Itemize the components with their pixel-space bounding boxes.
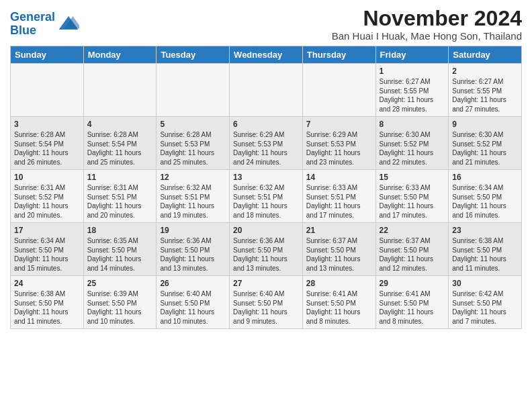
- day-info: Sunrise: 6:34 AM Sunset: 5:50 PM Dayligh…: [14, 236, 80, 273]
- day-number: 26: [160, 279, 226, 288]
- day-number: 7: [306, 120, 372, 129]
- day-info: Sunrise: 6:39 AM Sunset: 5:50 PM Dayligh…: [87, 289, 153, 326]
- day-info: Sunrise: 6:27 AM Sunset: 5:55 PM Dayligh…: [452, 77, 518, 113]
- logo-icon: [58, 13, 79, 35]
- calendar-day-cell: 25Sunrise: 6:39 AM Sunset: 5:50 PM Dayli…: [83, 276, 157, 329]
- page-subtitle: Ban Huai I Huak, Mae Hong Son, Thailand: [332, 30, 522, 42]
- logo: General Blue: [10, 11, 79, 38]
- calendar-week-row: 24Sunrise: 6:38 AM Sunset: 5:50 PM Dayli…: [11, 276, 522, 329]
- day-number: 20: [233, 226, 299, 235]
- day-info: Sunrise: 6:40 AM Sunset: 5:50 PM Dayligh…: [160, 289, 226, 326]
- day-info: Sunrise: 6:37 AM Sunset: 5:50 PM Dayligh…: [380, 236, 445, 273]
- day-info: Sunrise: 6:32 AM Sunset: 5:51 PM Dayligh…: [160, 183, 226, 220]
- day-of-week-header: Saturday: [449, 46, 522, 64]
- day-info: Sunrise: 6:28 AM Sunset: 5:54 PM Dayligh…: [87, 130, 153, 167]
- calendar-day-cell: 28Sunrise: 6:41 AM Sunset: 5:50 PM Dayli…: [302, 276, 375, 329]
- calendar-day-cell: 2Sunrise: 6:27 AM Sunset: 5:55 PM Daylig…: [449, 64, 522, 117]
- day-number: 17: [14, 226, 80, 235]
- calendar-day-cell: [83, 64, 157, 117]
- day-number: 23: [452, 226, 518, 235]
- calendar-day-cell: 26Sunrise: 6:40 AM Sunset: 5:50 PM Dayli…: [157, 276, 230, 329]
- day-of-week-header: Tuesday: [157, 46, 230, 64]
- calendar-day-cell: 1Sunrise: 6:27 AM Sunset: 5:55 PM Daylig…: [375, 64, 449, 117]
- day-number: 13: [233, 173, 299, 182]
- day-info: Sunrise: 6:37 AM Sunset: 5:50 PM Dayligh…: [306, 236, 372, 273]
- calendar-day-cell: 17Sunrise: 6:34 AM Sunset: 5:50 PM Dayli…: [11, 223, 84, 276]
- day-number: 1: [380, 66, 445, 76]
- day-info: Sunrise: 6:30 AM Sunset: 5:52 PM Dayligh…: [452, 130, 518, 167]
- day-info: Sunrise: 6:38 AM Sunset: 5:50 PM Dayligh…: [14, 289, 80, 326]
- calendar-day-cell: 14Sunrise: 6:33 AM Sunset: 5:51 PM Dayli…: [302, 170, 375, 223]
- calendar-day-cell: 6Sunrise: 6:29 AM Sunset: 5:53 PM Daylig…: [230, 117, 303, 170]
- calendar-day-cell: 12Sunrise: 6:32 AM Sunset: 5:51 PM Dayli…: [157, 170, 230, 223]
- calendar-day-cell: 16Sunrise: 6:34 AM Sunset: 5:50 PM Dayli…: [449, 170, 522, 223]
- day-number: 28: [306, 279, 372, 288]
- calendar-day-cell: 27Sunrise: 6:40 AM Sunset: 5:50 PM Dayli…: [230, 276, 303, 329]
- day-info: Sunrise: 6:31 AM Sunset: 5:51 PM Dayligh…: [87, 183, 153, 220]
- calendar-week-row: 1Sunrise: 6:27 AM Sunset: 5:55 PM Daylig…: [11, 64, 522, 117]
- day-info: Sunrise: 6:32 AM Sunset: 5:51 PM Dayligh…: [233, 183, 299, 220]
- day-number: 21: [306, 226, 372, 235]
- day-info: Sunrise: 6:33 AM Sunset: 5:50 PM Dayligh…: [380, 183, 445, 220]
- day-number: 3: [14, 120, 80, 129]
- day-number: 12: [160, 173, 226, 182]
- calendar-day-cell: 22Sunrise: 6:37 AM Sunset: 5:50 PM Dayli…: [375, 223, 449, 276]
- day-number: 11: [87, 173, 153, 182]
- day-info: Sunrise: 6:28 AM Sunset: 5:53 PM Dayligh…: [160, 130, 226, 167]
- day-info: Sunrise: 6:31 AM Sunset: 5:52 PM Dayligh…: [14, 183, 80, 220]
- calendar-day-cell: 11Sunrise: 6:31 AM Sunset: 5:51 PM Dayli…: [83, 170, 157, 223]
- page-title: November 2024: [332, 7, 522, 30]
- day-info: Sunrise: 6:42 AM Sunset: 5:50 PM Dayligh…: [452, 289, 518, 326]
- day-of-week-header: Friday: [375, 46, 449, 64]
- day-info: Sunrise: 6:33 AM Sunset: 5:51 PM Dayligh…: [306, 183, 372, 220]
- calendar-day-cell: 4Sunrise: 6:28 AM Sunset: 5:54 PM Daylig…: [83, 117, 157, 170]
- page-header: General Blue November 2024 Ban Huai I Hu…: [10, 7, 522, 42]
- logo-line1: General: [10, 10, 55, 24]
- calendar-day-cell: 5Sunrise: 6:28 AM Sunset: 5:53 PM Daylig…: [157, 117, 230, 170]
- calendar-day-cell: 10Sunrise: 6:31 AM Sunset: 5:52 PM Dayli…: [11, 170, 84, 223]
- calendar-week-row: 3Sunrise: 6:28 AM Sunset: 5:54 PM Daylig…: [11, 117, 522, 170]
- calendar-day-cell: 29Sunrise: 6:41 AM Sunset: 5:50 PM Dayli…: [375, 276, 449, 329]
- calendar-day-cell: 3Sunrise: 6:28 AM Sunset: 5:54 PM Daylig…: [11, 117, 84, 170]
- day-info: Sunrise: 6:36 AM Sunset: 5:50 PM Dayligh…: [233, 236, 299, 273]
- day-number: 6: [233, 120, 299, 129]
- day-number: 5: [160, 120, 226, 129]
- calendar-day-cell: 7Sunrise: 6:29 AM Sunset: 5:53 PM Daylig…: [302, 117, 375, 170]
- calendar-day-cell: 24Sunrise: 6:38 AM Sunset: 5:50 PM Dayli…: [11, 276, 84, 329]
- calendar-day-cell: 8Sunrise: 6:30 AM Sunset: 5:52 PM Daylig…: [375, 117, 449, 170]
- day-info: Sunrise: 6:38 AM Sunset: 5:50 PM Dayligh…: [452, 236, 518, 273]
- day-number: 8: [380, 120, 445, 129]
- calendar-day-cell: 23Sunrise: 6:38 AM Sunset: 5:50 PM Dayli…: [449, 223, 522, 276]
- day-info: Sunrise: 6:29 AM Sunset: 5:53 PM Dayligh…: [233, 130, 299, 167]
- day-info: Sunrise: 6:36 AM Sunset: 5:50 PM Dayligh…: [160, 236, 226, 273]
- day-info: Sunrise: 6:27 AM Sunset: 5:55 PM Dayligh…: [380, 77, 445, 113]
- day-number: 25: [87, 279, 153, 288]
- calendar-day-cell: [11, 64, 84, 117]
- day-number: 22: [380, 226, 445, 235]
- day-number: 29: [380, 279, 445, 288]
- day-number: 2: [452, 66, 518, 76]
- day-number: 4: [87, 120, 153, 129]
- title-block: November 2024 Ban Huai I Huak, Mae Hong …: [332, 7, 522, 42]
- logo-text: General Blue: [10, 11, 55, 38]
- day-number: 16: [452, 173, 518, 182]
- day-info: Sunrise: 6:41 AM Sunset: 5:50 PM Dayligh…: [380, 289, 445, 326]
- calendar-day-cell: 20Sunrise: 6:36 AM Sunset: 5:50 PM Dayli…: [230, 223, 303, 276]
- day-info: Sunrise: 6:30 AM Sunset: 5:52 PM Dayligh…: [380, 130, 445, 167]
- day-number: 18: [87, 226, 153, 235]
- day-number: 27: [233, 279, 299, 288]
- day-number: 19: [160, 226, 226, 235]
- day-number: 30: [452, 279, 518, 288]
- day-info: Sunrise: 6:28 AM Sunset: 5:54 PM Dayligh…: [14, 130, 80, 167]
- day-info: Sunrise: 6:41 AM Sunset: 5:50 PM Dayligh…: [306, 289, 372, 326]
- day-info: Sunrise: 6:35 AM Sunset: 5:50 PM Dayligh…: [87, 236, 153, 273]
- logo-line2: Blue: [10, 24, 36, 37]
- day-of-week-header: Sunday: [11, 46, 84, 64]
- calendar-day-cell: 9Sunrise: 6:30 AM Sunset: 5:52 PM Daylig…: [449, 117, 522, 170]
- day-info: Sunrise: 6:29 AM Sunset: 5:53 PM Dayligh…: [306, 130, 372, 167]
- day-number: 10: [14, 173, 80, 182]
- day-of-week-header: Thursday: [302, 46, 375, 64]
- calendar-table: SundayMondayTuesdayWednesdayThursdayFrid…: [10, 46, 522, 329]
- day-info: Sunrise: 6:34 AM Sunset: 5:50 PM Dayligh…: [452, 183, 518, 220]
- day-of-week-header: Monday: [83, 46, 157, 64]
